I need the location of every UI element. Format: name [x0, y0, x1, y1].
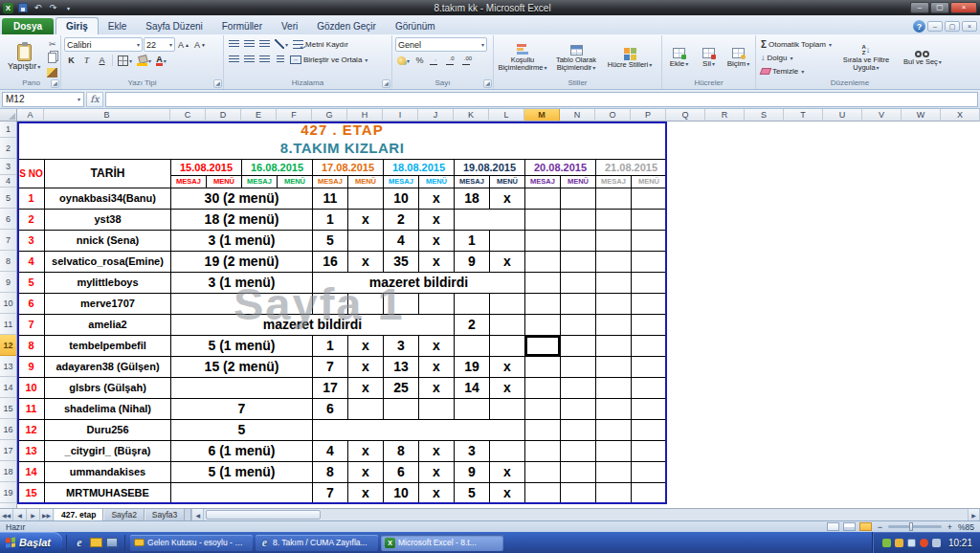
- italic-button[interactable]: T: [79, 54, 94, 67]
- cell[interactable]: [632, 482, 667, 503]
- mail-icon[interactable]: [89, 536, 102, 549]
- tab-gozden-gecir[interactable]: Gözden Geçir: [307, 18, 386, 34]
- scrollbar-thumb[interactable]: [206, 510, 321, 520]
- align-right-icon[interactable]: [257, 53, 272, 66]
- decrease-decimal-icon[interactable]: .00: [460, 54, 476, 67]
- selected-cell[interactable]: [525, 335, 561, 356]
- cell[interactable]: [525, 356, 561, 377]
- header-menu-1[interactable]: MENÜ: [207, 175, 242, 188]
- cell[interactable]: 10: [384, 482, 419, 503]
- sheet-tab-3[interactable]: Sayfa3: [145, 509, 185, 520]
- cell[interactable]: 5: [455, 482, 490, 503]
- cell-s-no[interactable]: 3: [18, 230, 45, 251]
- cell[interactable]: x: [490, 377, 525, 398]
- header-mesaj-2[interactable]: MESAJ: [242, 175, 278, 188]
- insert-cells-button[interactable]: Ekle▾: [665, 37, 693, 78]
- cell[interactable]: [632, 440, 667, 461]
- cell[interactable]: [561, 482, 596, 503]
- cell[interactable]: [632, 398, 667, 419]
- cell[interactable]: x: [490, 188, 525, 209]
- tab-gorunum[interactable]: Görünüm: [386, 18, 445, 34]
- cell[interactable]: 35: [384, 251, 419, 272]
- sheet-tab-2[interactable]: Sayfa2: [103, 509, 144, 520]
- cell[interactable]: 3 (1 menü): [171, 230, 313, 251]
- header-menu-2[interactable]: MENÜ: [278, 175, 313, 188]
- cell[interactable]: [490, 440, 525, 461]
- page-break-preview-icon[interactable]: [859, 522, 872, 531]
- first-sheet-icon[interactable]: ◀◀: [0, 509, 13, 520]
- cell[interactable]: 7: [171, 398, 313, 419]
- cell[interactable]: x: [348, 461, 384, 482]
- cell[interactable]: [171, 482, 313, 503]
- taskbar-window-3[interactable]: Microsoft Excel - 8.t...: [381, 535, 503, 551]
- workbook-close-button[interactable]: ×: [962, 21, 977, 32]
- maximize-button[interactable]: ▢: [930, 2, 949, 13]
- cell[interactable]: x: [490, 251, 525, 272]
- cell[interactable]: x: [419, 356, 455, 377]
- header-date-1[interactable]: 15.08.2015: [171, 159, 242, 175]
- cell[interactable]: 13: [384, 356, 419, 377]
- column-header-S[interactable]: S: [745, 109, 784, 122]
- header-mesaj-5[interactable]: MESAJ: [455, 175, 490, 188]
- cell[interactable]: [525, 272, 561, 293]
- cell-name[interactable]: glsbrs (Gülşah): [45, 377, 171, 398]
- cell[interactable]: [525, 188, 561, 209]
- row-header-19[interactable]: 19: [0, 482, 16, 503]
- wrap-text-button[interactable]: Metni Kaydır: [291, 38, 350, 51]
- cell[interactable]: [632, 230, 667, 251]
- cell-name[interactable]: MRTMUHASEBE: [45, 482, 171, 503]
- column-header-P[interactable]: P: [631, 109, 666, 122]
- pano-dialog-launcher-icon[interactable]: ◢: [51, 79, 59, 88]
- scroll-left-icon[interactable]: ◀: [191, 509, 204, 520]
- cell[interactable]: [632, 314, 667, 335]
- column-header-N[interactable]: N: [560, 109, 595, 122]
- cell[interactable]: [561, 377, 596, 398]
- row-header-2[interactable]: 2: [0, 138, 16, 159]
- cell[interactable]: x: [419, 482, 455, 503]
- row-header-8[interactable]: 8: [0, 251, 16, 272]
- header-date-4[interactable]: 18.08.2015: [384, 159, 455, 175]
- cell-s-no[interactable]: 7: [18, 314, 45, 335]
- cell-name[interactable]: mylittleboys: [45, 272, 171, 293]
- cell[interactable]: x: [348, 377, 384, 398]
- cell[interactable]: [596, 440, 632, 461]
- cell[interactable]: [596, 209, 632, 230]
- cell-name[interactable]: _citygirl_ (Büşra): [45, 440, 171, 461]
- align-top-icon[interactable]: [227, 37, 241, 51]
- header-date-5[interactable]: 19.08.2015: [455, 159, 525, 175]
- column-header-X[interactable]: X: [941, 109, 980, 122]
- cell-name[interactable]: merve1707: [45, 293, 171, 314]
- name-box[interactable]: M12▾: [2, 92, 84, 107]
- row-header-6[interactable]: 6: [0, 209, 16, 230]
- increase-decimal-icon[interactable]: .0: [444, 54, 459, 67]
- cell[interactable]: 3 (1 menü): [171, 272, 313, 293]
- cell[interactable]: [525, 440, 561, 461]
- column-header-Q[interactable]: Q: [666, 109, 705, 122]
- cell[interactable]: 30 (2 menü): [171, 188, 313, 209]
- cell[interactable]: [525, 419, 561, 440]
- zoom-slider[interactable]: [888, 525, 942, 528]
- row-header-13[interactable]: 13: [0, 356, 16, 377]
- internet-explorer-icon[interactable]: [73, 536, 86, 549]
- cell-name[interactable]: nnick (Sena): [45, 230, 171, 251]
- cell[interactable]: [419, 398, 455, 419]
- decrease-indent-icon[interactable]: [273, 53, 287, 66]
- cell[interactable]: [632, 461, 667, 482]
- row-header-11[interactable]: 11: [0, 314, 16, 335]
- cell-s-no[interactable]: 13: [18, 440, 45, 461]
- cell[interactable]: [525, 251, 561, 272]
- cell-s-no[interactable]: 6: [18, 293, 45, 314]
- cell[interactable]: 17: [313, 377, 348, 398]
- cell[interactable]: 3: [455, 440, 490, 461]
- column-header-T[interactable]: T: [784, 109, 823, 122]
- column-header-L[interactable]: L: [489, 109, 524, 122]
- cell[interactable]: x: [419, 461, 455, 482]
- fill-button[interactable]: ↓Dolgu▾: [759, 52, 834, 64]
- zoom-in-icon[interactable]: +: [946, 522, 954, 532]
- header-mesaj-3[interactable]: MESAJ: [313, 175, 348, 188]
- cell[interactable]: x: [348, 356, 384, 377]
- shrink-font-icon[interactable]: A▼: [192, 38, 208, 52]
- prev-sheet-icon[interactable]: ◀: [13, 509, 27, 520]
- percent-style-icon[interactable]: %: [412, 54, 427, 67]
- cell-name[interactable]: selvatico_rosa(Emine): [45, 251, 171, 272]
